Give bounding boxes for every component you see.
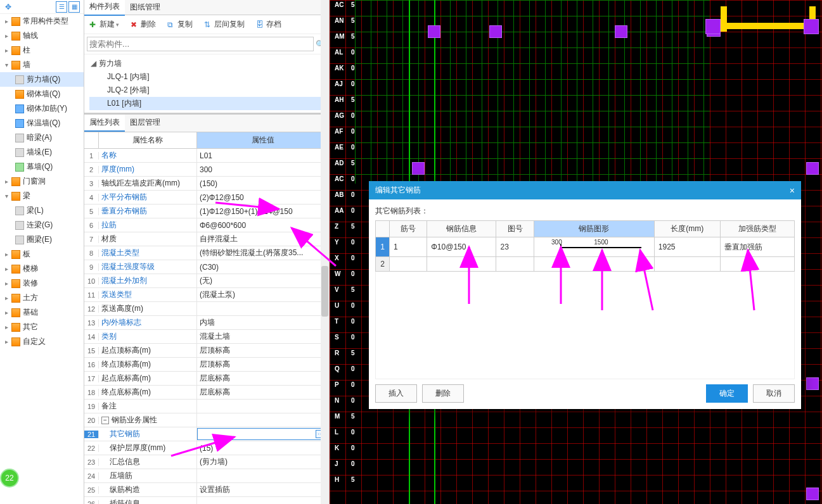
col-rebar-info[interactable]: 钢筋信息: [427, 221, 496, 237]
tree-item[interactable]: ▸楼梯: [0, 261, 84, 276]
tree-item[interactable]: ▸其它: [0, 320, 84, 334]
category-icon: [15, 104, 24, 113]
tree-item[interactable]: ▸装修: [0, 276, 84, 291]
property-row[interactable]: 21 其它钢筋⋯: [84, 427, 329, 441]
component-node[interactable]: JLQ-1 [内墙]: [89, 70, 324, 84]
tree-item[interactable]: 暗梁(A): [0, 130, 84, 145]
category-icon: [11, 323, 20, 332]
property-row[interactable]: 1名称L01: [84, 149, 329, 163]
property-row[interactable]: 24 压墙筋: [84, 469, 329, 483]
tree-item[interactable]: ▸板: [0, 247, 84, 261]
tree-item[interactable]: ▸轴线: [0, 28, 84, 43]
new-button[interactable]: ✚新建▾: [87, 18, 122, 31]
col-rebar-num[interactable]: 筋号: [390, 221, 427, 237]
component-node[interactable]: JLQ-2 [外墙]: [89, 84, 324, 97]
view-icon-1[interactable]: ☰: [56, 1, 67, 13]
property-row[interactable]: 5垂直分布钢筋(1)Φ12@150+(1)Φ14@150: [84, 205, 329, 218]
col-rebar-shape[interactable]: 钢筋图形: [534, 221, 654, 237]
property-row[interactable]: 19备注: [84, 400, 329, 413]
view-icon-2[interactable]: ▦: [68, 1, 80, 13]
tree-item[interactable]: ▸自定义: [0, 334, 84, 349]
property-row[interactable]: 23 汇总信息(剪力墙): [84, 455, 329, 469]
tab-layer-mgmt[interactable]: 图层管理: [125, 115, 165, 132]
property-row[interactable]: 7材质自拌混凝土: [84, 232, 329, 246]
property-row[interactable]: 25 纵筋构造设置插筋: [84, 483, 329, 497]
axis-num: 0: [351, 397, 355, 404]
dialog-title: 编辑其它钢筋: [375, 185, 421, 196]
property-row[interactable]: 22 保护层厚度(mm)(15): [84, 441, 329, 455]
tab-component-list[interactable]: 构件列表: [84, 0, 125, 16]
property-row[interactable]: 17起点底标高(m)层底标高: [84, 372, 329, 386]
axis-num: 0: [351, 460, 355, 467]
insert-button[interactable]: 插入: [375, 384, 417, 403]
property-row[interactable]: 15起点顶标高(m)层顶标高: [84, 344, 329, 358]
col-rebar-len[interactable]: 长度(mm): [654, 221, 720, 237]
property-row[interactable]: 14类别混凝土墙: [84, 330, 329, 344]
table-row[interactable]: 2: [376, 257, 795, 272]
axis-label: K: [335, 444, 339, 451]
tree-item[interactable]: 砌体加筋(Y): [0, 101, 84, 116]
property-row[interactable]: 20−钢筋业务属性: [84, 413, 329, 427]
tree-item[interactable]: ▸门窗洞: [0, 174, 84, 189]
property-row[interactable]: 2厚度(mm)300: [84, 163, 329, 177]
scrollbar[interactable]: [321, 0, 329, 504]
cancel-button[interactable]: 取消: [753, 384, 795, 403]
tree-item[interactable]: 圈梁(E): [0, 232, 84, 247]
tab-drawing-mgmt[interactable]: 图纸管理: [125, 0, 165, 15]
axis-num: 5: [351, 160, 355, 167]
property-row[interactable]: 26 插筋信息: [84, 497, 329, 504]
component-node[interactable]: ◢ 剪力墙: [89, 57, 324, 70]
category-icon: [11, 279, 20, 288]
tree-item[interactable]: ▾墙: [0, 58, 84, 72]
property-row[interactable]: 16终点顶标高(m)层顶标高: [84, 358, 329, 372]
property-row[interactable]: 10混凝土外加剂(无): [84, 274, 329, 288]
search-input[interactable]: [87, 37, 314, 51]
tree-item[interactable]: ▸柱: [0, 43, 84, 58]
mid-tabbar: 构件列表 图纸管理 ×: [84, 0, 329, 15]
property-row[interactable]: 8混凝土类型(特细砂塑性混凝土(坍落度35...: [84, 246, 329, 260]
tree-item[interactable]: 连梁(G): [0, 218, 84, 232]
tab-property-list[interactable]: 属性列表: [84, 115, 125, 132]
tree-item[interactable]: ▸基础: [0, 305, 84, 320]
property-row[interactable]: 11泵送类型(混凝土泵): [84, 288, 329, 302]
property-row[interactable]: 13内/外墙标志内墙: [84, 316, 329, 330]
move-icon[interactable]: ✥: [3, 1, 14, 13]
archive-button[interactable]: 🗄存档: [254, 18, 284, 31]
mid-toolbar: ✚新建▾ ✖删除 ⧉复制 ⇅层间复制 🗄存档: [84, 15, 329, 34]
tree-item[interactable]: 幕墙(Q): [0, 160, 84, 174]
property-row[interactable]: 3轴线距左墙皮距离(mm)(150): [84, 177, 329, 191]
table-row[interactable]: 1 1 Φ10@150 23 300 1500 1925 垂直加强筋: [376, 237, 795, 257]
cell-num[interactable]: 1: [390, 237, 427, 257]
delete-button[interactable]: 删除: [422, 384, 464, 403]
tree-item[interactable]: 保温墙(Q): [0, 116, 84, 130]
property-row[interactable]: 4水平分布钢筋(2)Φ12@150: [84, 191, 329, 205]
cell-type[interactable]: 垂直加强筋: [720, 237, 794, 257]
row-num: 2: [376, 257, 390, 272]
component-node[interactable]: L01 [内墙]: [89, 97, 324, 110]
cell-shape[interactable]: 300 1500: [534, 237, 654, 257]
col-rebar-type[interactable]: 加强筋类型: [720, 221, 794, 237]
component-tree: ◢ 剪力墙JLQ-1 [内墙]JLQ-2 [外墙]L01 [内墙]: [84, 54, 329, 113]
property-row[interactable]: 6拉筋Φ6@600*600: [84, 218, 329, 232]
property-row[interactable]: 12泵送高度(m): [84, 302, 329, 316]
tree-item[interactable]: 墙垛(E): [0, 145, 84, 160]
tree-item[interactable]: 剪力墙(Q): [0, 72, 84, 87]
tree-item[interactable]: ▸土方: [0, 291, 84, 305]
dialog-titlebar[interactable]: 编辑其它钢筋 ×: [369, 181, 801, 199]
delete-button[interactable]: ✖删除: [128, 18, 158, 31]
cell-len[interactable]: 1925: [654, 237, 720, 257]
floor-copy-button[interactable]: ⇅层间复制: [202, 18, 247, 31]
copy-button[interactable]: ⧉复制: [165, 18, 195, 31]
tree-item[interactable]: 梁(L): [0, 203, 84, 218]
axis-label: R: [335, 350, 339, 356]
tree-item[interactable]: ▾梁: [0, 189, 84, 203]
ok-button[interactable]: 确定: [706, 384, 748, 403]
property-row[interactable]: 18终点底标高(m)层底标高: [84, 386, 329, 400]
tree-item[interactable]: ▸常用构件类型: [0, 14, 84, 28]
cell-info[interactable]: Φ10@150: [427, 237, 496, 257]
col-rebar-fig[interactable]: 图号: [496, 221, 534, 237]
property-row[interactable]: 9混凝土强度等级(C30): [84, 260, 329, 274]
dialog-close-icon[interactable]: ×: [790, 186, 795, 196]
tree-item[interactable]: 砌体墙(Q): [0, 87, 84, 101]
cell-fig[interactable]: 23: [496, 237, 534, 257]
